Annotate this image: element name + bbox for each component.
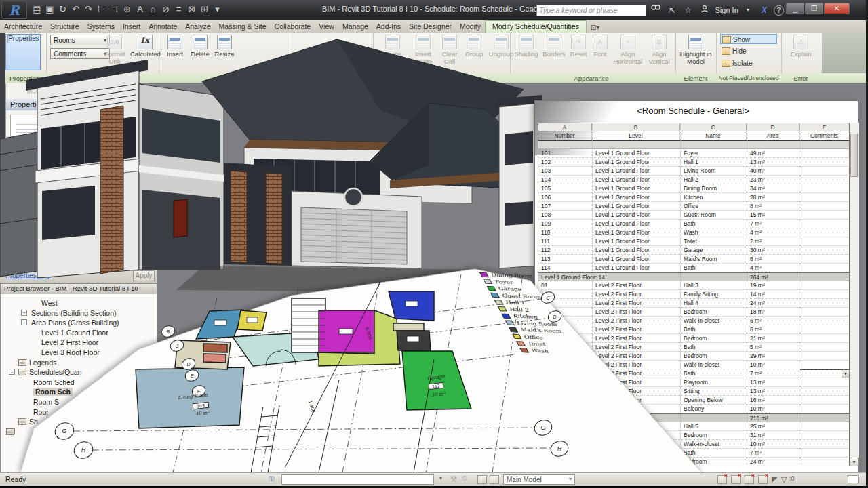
table-cell[interactable]: Level 2 First Floor bbox=[592, 352, 680, 361]
table-cell[interactable]: Hall 4 bbox=[680, 299, 747, 308]
table-cell[interactable]: 18 m² bbox=[747, 308, 800, 317]
table-cell[interactable] bbox=[800, 317, 850, 325]
browser-item-sections-building-section-[interactable]: Sections (Building Section) bbox=[31, 309, 116, 317]
browser-item-room-sched[interactable]: Room Sched bbox=[33, 378, 75, 386]
minimize-button[interactable]: ▁ bbox=[786, 3, 804, 14]
table-cell[interactable]: Level 1 Ground Floor bbox=[592, 184, 680, 193]
table-cell[interactable]: Level 1 Ground Floor bbox=[592, 176, 680, 184]
table-cell[interactable] bbox=[538, 458, 592, 466]
tree-expander-icon[interactable]: - bbox=[21, 319, 27, 325]
default-3d-view-icon[interactable]: ⌂ bbox=[147, 2, 159, 17]
table-cell[interactable]: 7 m² bbox=[747, 369, 800, 378]
table-row[interactable]: 111Level 1 Ground FloorToilet2 m² bbox=[538, 237, 850, 246]
table-cell[interactable]: 29 m² bbox=[747, 352, 800, 361]
tab-collaborate[interactable]: Collaborate bbox=[271, 21, 315, 33]
exclude-options-icon[interactable] bbox=[717, 475, 727, 484]
table-row[interactable]: Level 2 First FloorBalcony10 m² bbox=[538, 405, 850, 413]
browser-item-legends[interactable]: Legends bbox=[29, 359, 56, 367]
table-cell[interactable]: Hall 3 bbox=[680, 281, 747, 290]
table-cell[interactable]: Level 1 Ground Floor bbox=[592, 211, 680, 220]
worksets-icon[interactable]: ⚒ bbox=[450, 475, 457, 484]
table-cell[interactable]: 113 bbox=[538, 255, 592, 264]
table-cell[interactable] bbox=[800, 202, 850, 211]
table-cell[interactable] bbox=[538, 396, 592, 405]
design-options-icon[interactable] bbox=[490, 475, 499, 484]
table-cell[interactable] bbox=[800, 387, 850, 396]
table-cell[interactable]: 28 m² bbox=[747, 193, 800, 202]
table-row[interactable]: Bedroom31 m² bbox=[538, 431, 850, 440]
table-cell[interactable] bbox=[800, 334, 850, 343]
sign-in-dropdown-icon[interactable]: ▾ bbox=[741, 4, 755, 16]
borders-button[interactable]: Borders bbox=[541, 35, 567, 58]
table-cell[interactable]: Level 1 Ground Floor bbox=[592, 246, 680, 255]
table-cell[interactable]: 14 m² bbox=[747, 290, 800, 299]
table-cell[interactable]: Bedroom bbox=[680, 352, 747, 361]
table-row[interactable]: Bath7 m² bbox=[538, 449, 850, 458]
table-cell[interactable]: Wash bbox=[680, 228, 747, 237]
undo-icon[interactable]: ↶ bbox=[70, 2, 81, 17]
table-cell[interactable]: 5 m² bbox=[747, 343, 800, 352]
table-row[interactable]: Level 2 First FloorFamily Sitting14 m² bbox=[538, 290, 850, 299]
table-cell[interactable]: 21 m² bbox=[747, 334, 800, 343]
close-inactive-windows-icon[interactable]: ⊠ bbox=[186, 2, 197, 17]
browser-item-room-sch[interactable]: Room Sch bbox=[33, 388, 73, 396]
table-cell[interactable]: Level 2 First Floor bbox=[592, 334, 680, 343]
table-row[interactable]: 109Level 1 Ground FloorBath7 m² bbox=[538, 220, 850, 228]
table-cell[interactable]: Level 1 Ground Floor bbox=[592, 149, 680, 158]
table-cell[interactable]: 101 bbox=[538, 149, 592, 158]
table-cell[interactable] bbox=[800, 246, 850, 255]
status-input[interactable] bbox=[281, 474, 434, 485]
table-cell[interactable]: 34 m² bbox=[747, 184, 800, 193]
table-cell[interactable] bbox=[800, 193, 850, 202]
table-cell[interactable] bbox=[800, 211, 850, 220]
delete-column-button[interactable]: Delete bbox=[189, 35, 212, 58]
clear-cell-button[interactable]: Clear Cell bbox=[438, 35, 461, 65]
table-row[interactable]: 108Level 1 Ground FloorGuest Room15 m² bbox=[538, 211, 850, 220]
font-button[interactable]: AFont bbox=[590, 35, 610, 58]
table-cell[interactable]: 40 m² bbox=[747, 167, 800, 176]
table-cell[interactable]: 30 m² bbox=[747, 246, 800, 255]
table-row[interactable]: Level 2 First FloorHall 424 m² bbox=[538, 299, 850, 308]
browser-item-roor[interactable]: Roor bbox=[33, 408, 49, 416]
table-cell[interactable]: 111 bbox=[538, 237, 592, 246]
table-cell[interactable]: 103 bbox=[538, 167, 592, 176]
ribbon-state-toggle-icon[interactable]: ⊡▾ bbox=[587, 22, 604, 33]
table-cell[interactable]: Level 1 Ground Floor bbox=[592, 237, 680, 246]
table-cell[interactable] bbox=[800, 440, 850, 449]
table-row[interactable]: Level 2 First FloorBedroom29 m² bbox=[538, 352, 850, 361]
format-unit-button[interactable]: 0.0 Format Unit bbox=[100, 35, 129, 65]
table-cell[interactable]: Garage bbox=[680, 246, 747, 255]
table-cell[interactable]: 107 bbox=[538, 202, 592, 211]
tab-modify-schedule-quantities[interactable]: Modify Schedule/Quantities bbox=[485, 20, 587, 33]
sync-with-central-icon[interactable]: ↻ bbox=[57, 2, 68, 17]
table-cell[interactable] bbox=[800, 264, 850, 272]
insert-image-button[interactable]: Insert Image bbox=[410, 35, 437, 65]
table-cell[interactable]: Level 1 Ground Floor bbox=[592, 228, 680, 237]
table-cell[interactable]: Living Room bbox=[680, 167, 747, 176]
column-letter-E[interactable]: E bbox=[800, 123, 850, 131]
table-row[interactable]: Level 2 First FloorWalk-in-closet6 m² bbox=[538, 317, 850, 325]
table-cell[interactable]: 10 m² bbox=[747, 405, 800, 413]
table-cell[interactable] bbox=[800, 281, 850, 290]
dropdown-arrow-icon[interactable]: ▾ bbox=[842, 370, 849, 378]
table-cell[interactable]: Level 1 Ground Floor bbox=[592, 167, 680, 176]
column-header-number[interactable]: Number bbox=[538, 131, 592, 140]
tab-architecture[interactable]: Architecture bbox=[0, 21, 46, 33]
table-cell[interactable] bbox=[592, 431, 680, 440]
table-row[interactable]: 112Level 1 Ground FloorGarage30 m² bbox=[538, 246, 850, 255]
table-row[interactable]: 01Level 2 First FloorHall 319 m² bbox=[538, 281, 850, 290]
table-cell[interactable]: 13 m² bbox=[747, 378, 800, 387]
table-cell[interactable] bbox=[800, 396, 850, 405]
table-cell[interactable]: 49 m² bbox=[747, 149, 800, 158]
explain-button[interactable]: ⚠Explain bbox=[785, 35, 816, 58]
table-cell[interactable] bbox=[538, 378, 592, 387]
table-cell[interactable]: Level 2 First Floor bbox=[592, 343, 680, 352]
table-cell[interactable]: 102 bbox=[538, 158, 592, 167]
table-cell[interactable] bbox=[800, 361, 850, 369]
help-icon[interactable]: ? bbox=[774, 5, 784, 16]
table-cell[interactable]: Hall 5 bbox=[680, 422, 747, 431]
reset-button[interactable]: ↷Reset bbox=[568, 35, 589, 58]
tab-massing-site[interactable]: Massing & Site bbox=[215, 21, 271, 33]
table-cell[interactable]: 6 m² bbox=[747, 325, 800, 334]
table-cell[interactable] bbox=[800, 325, 850, 334]
